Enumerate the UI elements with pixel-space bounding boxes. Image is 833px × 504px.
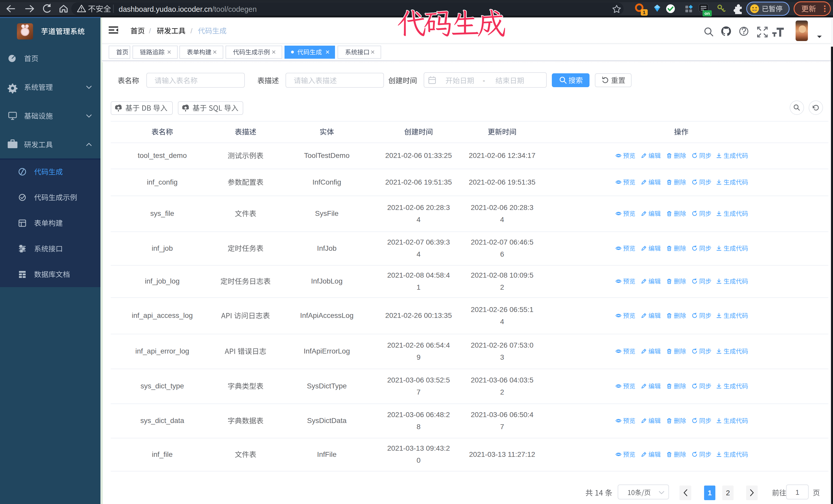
svg-text:on: on <box>705 11 710 16</box>
svg-text:1: 1 <box>643 10 646 15</box>
